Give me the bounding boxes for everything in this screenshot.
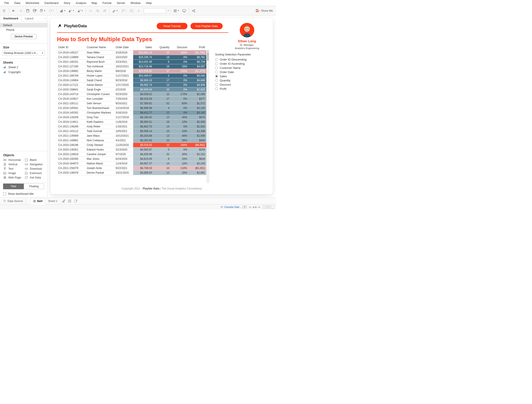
new-worksheet-tab-icon[interactable]: [60, 199, 67, 203]
menu-server[interactable]: Server: [114, 0, 128, 6]
sidebar-tab-layout[interactable]: Layout: [22, 15, 37, 22]
scrollbar[interactable]: ▲: [206, 50, 209, 183]
format-icon[interactable]: [128, 7, 135, 14]
radio-order-date[interactable]: Order Date: [215, 70, 261, 74]
size-dropdown[interactable]: Desktop Browser (1000 x 8…▼: [2, 50, 45, 56]
redo-icon[interactable]: [17, 7, 24, 14]
swap-icon[interactable]: [87, 7, 94, 14]
table-row[interactable]: CA-2021-135909Jane Waco10/13/2021$5,325.…: [57, 134, 206, 138]
col-quantity[interactable]: Quantity: [153, 45, 171, 50]
object-vertical[interactable]: Vertical: [3, 163, 23, 166]
data-source-tab[interactable]: Data Source: [0, 198, 26, 204]
table-row[interactable]: CA-2020-143714Christopher Conant5/23/202…: [57, 92, 206, 97]
table-row[interactable]: CA-2021-138289Andy Reiter1/16/2021$5,802…: [57, 124, 206, 129]
attach-icon[interactable]: ▼: [120, 7, 128, 14]
menu-help[interactable]: Help: [143, 0, 154, 6]
floating-button[interactable]: Floating: [24, 183, 44, 189]
object-navigation[interactable]: Navigation: [25, 163, 44, 166]
object-download[interactable]: Download: [25, 167, 44, 170]
duplicate-icon[interactable]: ▼: [67, 7, 76, 14]
sort-desc-icon[interactable]: [101, 7, 108, 14]
menu-window[interactable]: Window: [128, 0, 143, 6]
view-grid-icon[interactable]: [263, 206, 266, 209]
dropdown-icon[interactable]: ▼: [243, 206, 247, 209]
table-row[interactable]: CA-2018-128209Greg Tran11/17/2018$6,160.…: [57, 115, 206, 120]
table-row[interactable]: CA-2018-116904Sanjit Chand9/23/2018$9,90…: [57, 78, 206, 83]
table-row[interactable]: CA-2021-166709Hunter Lopez11/17/2021$10,…: [57, 73, 206, 78]
radio-sales[interactable]: Sales: [215, 74, 261, 78]
radio-quantity[interactable]: Quantity: [215, 78, 261, 83]
table-row[interactable]: CA-2018-145541Tom Boeckenhauer12/14/2018…: [57, 106, 206, 111]
radio-customer-name[interactable]: Customer Name: [215, 66, 261, 70]
table-row[interactable]: CA-2019-145352Christopher Martinez3/16/2…: [57, 111, 206, 115]
view-list-icon[interactable]: [271, 206, 274, 209]
menu-analysis[interactable]: Analysis: [73, 0, 89, 6]
table-row[interactable]: CA-2020-136301Edward Hooks3/13/2020$4,94…: [57, 147, 206, 152]
table-row[interactable]: CA-2021-100111Seth Vernon9/20/2021$7,359…: [57, 101, 206, 106]
tab-sort[interactable]: Sort: [30, 198, 45, 204]
tiled-button[interactable]: Tiled: [3, 183, 24, 189]
menu-worksheet[interactable]: Worksheet: [23, 0, 42, 6]
table-row[interactable]: CA-2020-117121Adrian Barton12/17/2020$9,…: [57, 83, 206, 87]
col-discount[interactable]: Discount: [171, 45, 189, 50]
sort-asc-icon[interactable]: [94, 7, 101, 14]
table-row[interactable]: CA-2020-128818Caroline Jumper5/7/2020$4,…: [57, 152, 206, 157]
col-order-id[interactable]: Order ID: [57, 45, 85, 50]
save-icon[interactable]: [24, 7, 31, 14]
radio-discount[interactable]: Discount: [215, 83, 261, 87]
table-row[interactable]: CA-2021-127180Tom Ashbrook10/22/2021$13,…: [57, 64, 206, 69]
device-phone[interactable]: Phone: [0, 27, 47, 32]
object-horizontal[interactable]: Horizontal: [3, 158, 23, 162]
share-icon[interactable]: [190, 7, 197, 14]
col-profit[interactable]: Profit: [189, 45, 206, 50]
refresh-datasource-icon[interactable]: ▼: [38, 7, 47, 14]
object-ask-data[interactable]: Ask Data: [25, 176, 44, 179]
tableau-logo-icon[interactable]: [1, 7, 7, 14]
col-customer-name[interactable]: Customer Name: [85, 45, 114, 50]
presentation-icon[interactable]: [181, 7, 187, 14]
device-default[interactable]: Default: [0, 23, 47, 27]
table-row[interactable]: CA-2018-139892Becky Martin9/8/2018$10,53…: [57, 69, 206, 73]
menu-format[interactable]: Format: [100, 0, 114, 6]
pin-icon[interactable]: [135, 7, 142, 14]
highlight-icon[interactable]: ▼: [111, 7, 119, 14]
table-row[interactable]: CA-2020-138478Dennis Pardue10/21/2020$4,…: [57, 170, 206, 175]
object-image[interactable]: Image: [3, 171, 23, 175]
new-dashboard-tab-icon[interactable]: [67, 199, 73, 203]
new-worksheet-icon[interactable]: ▼: [58, 7, 67, 14]
table-row[interactable]: CA-2019-114811Keith Dawkins11/8/2019$5,8…: [57, 120, 206, 124]
table-row[interactable]: CA-2018-164973Nathan Mautz11/4/2018$4,80…: [57, 161, 206, 166]
table-row[interactable]: CA-2018-143917Ken Lonsdale7/25/2018$8,31…: [57, 97, 206, 101]
col-order-date[interactable]: Order Date: [114, 45, 133, 50]
object-extension[interactable]: Extension: [25, 171, 44, 175]
table-row[interactable]: CA-2018-145317Sean Miller3/18/2018$23,66…: [57, 50, 206, 55]
sheet-item-sheet2[interactable]: Sheet 2: [0, 65, 47, 70]
tab-sheet2[interactable]: Sheet 2: [45, 198, 60, 204]
device-preview-button[interactable]: Device Preview: [11, 34, 37, 39]
object-text[interactable]: Text: [3, 167, 23, 170]
radio-order-id-ascending[interactable]: Order ID Ascending: [215, 62, 261, 66]
view-small-icon[interactable]: [267, 206, 270, 209]
radio-order-id-descending[interactable]: Order ID Descending: [215, 58, 261, 62]
menu-map[interactable]: Map: [89, 0, 100, 6]
table-row[interactable]: CA-2021-143112Todd Sumrall10/5/2021$5,50…: [57, 129, 206, 134]
menu-story[interactable]: Story: [61, 0, 73, 6]
new-datasource-icon[interactable]: [32, 7, 38, 14]
table-row[interactable]: CA-2021-158379Joseph Airdo9/22/2021$4,74…: [57, 166, 206, 170]
object-blank[interactable]: Blank: [25, 158, 44, 162]
read-tutorial-button[interactable]: Read Tutorial: [157, 23, 187, 29]
object-web-page[interactable]: Web Page: [3, 176, 23, 179]
table-row[interactable]: CA-2020-100300Max Jones6/24/2020$4,823.0…: [57, 157, 206, 161]
auto-update-icon[interactable]: ▼: [47, 7, 56, 14]
table-row[interactable]: CA-2021-149881Nick Crebassa4/1/2021$5,28…: [57, 138, 206, 143]
first-icon[interactable]: ⏮: [249, 206, 251, 209]
new-story-tab-icon[interactable]: [73, 199, 79, 203]
menu-data[interactable]: Data: [12, 0, 23, 6]
menu-file[interactable]: File: [2, 0, 12, 6]
next-icon[interactable]: ▶: [255, 206, 257, 209]
undo-icon[interactable]: [10, 7, 17, 14]
table-row[interactable]: CA-2020-108196Cindy Stewart11/25/2020$5,…: [57, 143, 206, 147]
show-me-button[interactable]: Show Me: [253, 8, 275, 13]
table-row[interactable]: CA-2020-158841Sanjit Engle2/2/2020$8,805…: [57, 87, 206, 92]
search-input[interactable]: [144, 8, 166, 13]
